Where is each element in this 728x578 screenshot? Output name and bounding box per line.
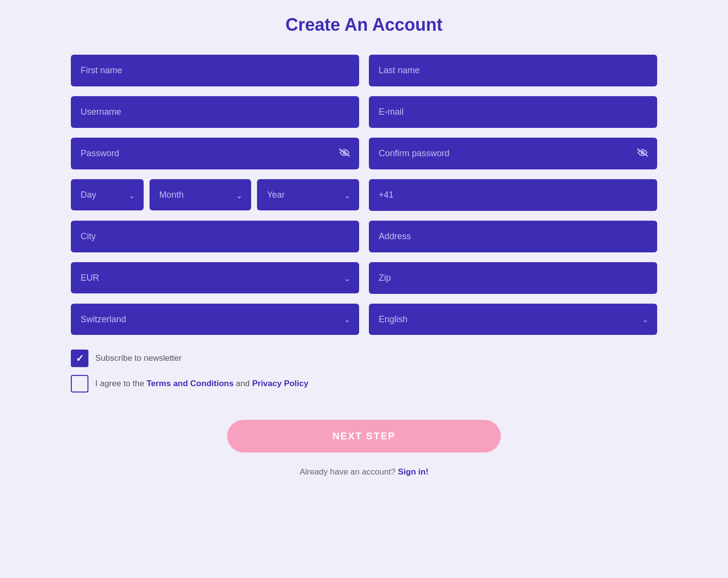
confirm-password-toggle-icon[interactable] xyxy=(637,148,648,159)
confirm-password-field xyxy=(369,138,657,169)
terms-link[interactable]: Terms and Conditions xyxy=(147,379,234,388)
email-input[interactable] xyxy=(369,96,657,128)
month-field: Month JanuaryFebruaryMarch AprilMayJune … xyxy=(150,179,252,211)
newsletter-checkbox[interactable]: ✓ xyxy=(71,350,88,367)
address-input[interactable] xyxy=(369,221,657,252)
terms-row: I agree to the Terms and Conditions and … xyxy=(71,375,657,392)
next-step-button[interactable]: NEXT STEP xyxy=(227,420,501,453)
svg-point-1 xyxy=(642,151,644,154)
terms-label: I agree to the Terms and Conditions and … xyxy=(95,379,308,389)
language-field: English German French Spanish ⌄ xyxy=(369,304,657,335)
country-select[interactable]: Switzerland Germany France USA UK xyxy=(71,304,359,335)
next-step-container: NEXT STEP xyxy=(71,420,657,453)
password-input[interactable] xyxy=(71,138,359,169)
terms-and: and xyxy=(234,379,252,388)
password-toggle-icon[interactable] xyxy=(339,148,350,159)
day-select[interactable]: Day 12345 678910 1112131415 1617181920 2… xyxy=(71,179,144,210)
day-field: Day 12345 678910 1112131415 1617181920 2… xyxy=(71,179,144,211)
sign-in-link[interactable]: Sign in! xyxy=(398,467,428,476)
zip-field xyxy=(369,262,657,294)
address-field xyxy=(369,221,657,252)
checkbox-section: ✓ Subscribe to newsletter I agree to the… xyxy=(71,350,657,400)
country-field: Switzerland Germany France USA UK ⌄ xyxy=(71,304,359,335)
svg-point-0 xyxy=(343,151,346,154)
privacy-link[interactable]: Privacy Policy xyxy=(252,379,308,388)
confirm-password-input[interactable] xyxy=(369,138,657,169)
city-field xyxy=(71,221,359,252)
newsletter-label: Subscribe to newsletter xyxy=(95,353,182,363)
password-field xyxy=(71,138,359,169)
phone-field xyxy=(369,179,657,211)
terms-prefix: I agree to the xyxy=(95,379,147,388)
newsletter-checkmark: ✓ xyxy=(76,352,84,364)
year-field: Year 202420232010 2000199919901980 ⌄ xyxy=(257,179,359,211)
city-input[interactable] xyxy=(71,221,359,252)
last-name-input[interactable] xyxy=(369,55,657,86)
month-select[interactable]: Month JanuaryFebruaryMarch AprilMayJune … xyxy=(150,179,252,210)
last-name-field xyxy=(369,55,657,86)
year-select[interactable]: Year 202420232010 2000199919901980 xyxy=(257,179,359,210)
zip-input[interactable] xyxy=(369,262,657,294)
dob-group: Day 12345 678910 1112131415 1617181920 2… xyxy=(71,179,359,211)
page-title: Create An Account xyxy=(71,15,657,35)
first-name-field xyxy=(71,55,359,86)
newsletter-row: ✓ Subscribe to newsletter xyxy=(71,350,657,367)
email-field xyxy=(369,96,657,128)
username-input[interactable] xyxy=(71,96,359,128)
currency-select[interactable]: EUR USD GBP CHF xyxy=(71,262,359,293)
sign-in-row: Already have an account? Sign in! xyxy=(71,467,657,477)
username-field xyxy=(71,96,359,128)
phone-input[interactable] xyxy=(369,179,657,211)
language-select[interactable]: English German French Spanish xyxy=(369,304,657,335)
first-name-input[interactable] xyxy=(71,55,359,86)
currency-field: EUR USD GBP CHF ⌄ xyxy=(71,262,359,294)
terms-checkbox[interactable] xyxy=(71,375,88,392)
sign-in-prefix: Already have an account? xyxy=(300,467,396,476)
